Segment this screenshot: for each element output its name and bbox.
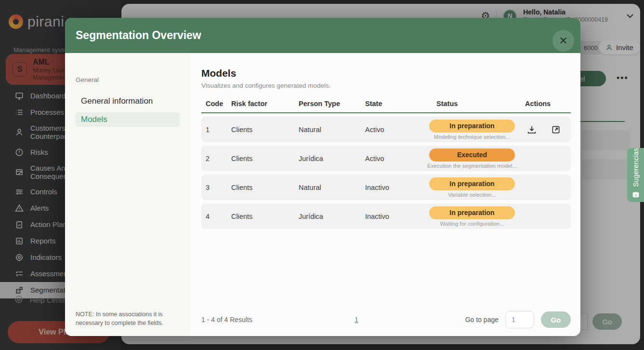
goto-page-label: Go to page	[465, 316, 499, 323]
cell-code: 2	[201, 155, 231, 162]
cell-state: Inactivo	[365, 184, 419, 191]
table-row: 2ClientsJurídicaActivoExecutedExecution …	[201, 146, 571, 171]
screen: pirani Management system S AML Money Lau…	[0, 0, 644, 350]
modal-header: Segmentation Overview ✕	[65, 18, 580, 53]
status-badge: In preparation	[429, 206, 515, 219]
pagination: 1 - 4 of 4 Results 1 Go to page Go	[201, 311, 571, 328]
close-icon[interactable]: ✕	[552, 30, 574, 52]
column-header-person-type: Person Type	[299, 100, 365, 108]
modal-nav-section-label: General	[76, 76, 190, 83]
column-header-actions: Actions	[525, 100, 571, 108]
cell-code: 1	[201, 126, 231, 134]
cell-state: Activo	[365, 155, 419, 162]
results-count: 1 - 4 of 4 Results	[201, 316, 252, 323]
cell-state: Inactivo	[365, 213, 419, 220]
smiley-icon	[631, 191, 640, 198]
models-table: Code Risk factor Person Type State Statu…	[201, 100, 571, 229]
cell-risk-factor: Clients	[231, 213, 299, 220]
models-table-body: 1ClientsNaturalActivoIn preparationModel…	[201, 117, 571, 229]
cell-risk-factor: Clients	[231, 126, 299, 134]
models-subtitle: Visualizes and configures generated mode…	[201, 82, 571, 89]
segmentation-overview-modal: Segmentation Overview ✕ General General …	[65, 18, 580, 336]
cell-actions	[525, 124, 571, 135]
cell-status: In preparationWaiting for configuration.…	[419, 206, 525, 227]
modal-nav: General General information Models NOTE:…	[65, 53, 190, 336]
cell-risk-factor: Clients	[231, 155, 299, 162]
cell-status: In preparationModeling technique selecti…	[419, 120, 525, 140]
cell-code: 3	[201, 184, 231, 191]
status-detail: Waiting for configuration...	[440, 221, 504, 227]
modal-main: Models Visualizes and configures generat…	[190, 53, 580, 336]
cell-status: ExecutedExecution the segmentation model…	[419, 148, 525, 169]
table-row: 3ClientsNaturalInactivoIn preparationVar…	[201, 175, 571, 200]
cell-risk-factor: Clients	[231, 184, 299, 191]
cell-state: Activo	[365, 126, 419, 134]
column-header-status: Status	[419, 100, 525, 108]
open-in-new-icon[interactable]	[550, 124, 562, 135]
status-badge: In preparation	[429, 120, 515, 133]
goto-page-input[interactable]	[505, 311, 534, 328]
models-title: Models	[201, 67, 571, 79]
modal-nav-item-models[interactable]: Models	[76, 112, 180, 127]
modal-nav-item-general-information[interactable]: General information	[76, 94, 180, 108]
status-badge: In preparation	[429, 177, 515, 190]
column-header-state: State	[365, 100, 419, 108]
models-table-header: Code Risk factor Person Type State Statu…	[201, 100, 571, 113]
column-header-code: Code	[201, 100, 231, 108]
cell-person-type: Natural	[299, 126, 365, 134]
page-number-link[interactable]: 1	[355, 316, 358, 323]
cell-status: In preparationVariable selection...	[419, 177, 525, 198]
status-detail: Modeling technique selection...	[434, 134, 510, 140]
status-badge: Executed	[429, 148, 515, 162]
table-row: 1ClientsNaturalActivoIn preparationModel…	[201, 117, 571, 142]
modal-title: Segmentation Overview	[76, 29, 201, 42]
cell-person-type: Jurídica	[299, 213, 365, 220]
status-detail: Variable selection...	[448, 192, 496, 198]
table-row: 4ClientsJurídicaInactivoIn preparationWa…	[201, 203, 571, 229]
suggestions-tab[interactable]: Sugerencias	[627, 148, 644, 202]
cell-person-type: Natural	[299, 184, 365, 191]
cell-person-type: Jurídica	[299, 155, 365, 162]
download-icon[interactable]	[526, 124, 538, 135]
go-button[interactable]: Go	[541, 311, 571, 328]
suggestions-label: Sugerencias	[632, 148, 640, 187]
modal-note: NOTE: In some associations it is necessa…	[76, 310, 180, 327]
cell-code: 4	[201, 213, 231, 220]
status-detail: Execution the segmentation model...	[427, 163, 517, 169]
column-header-risk-factor: Risk factor	[231, 100, 299, 108]
